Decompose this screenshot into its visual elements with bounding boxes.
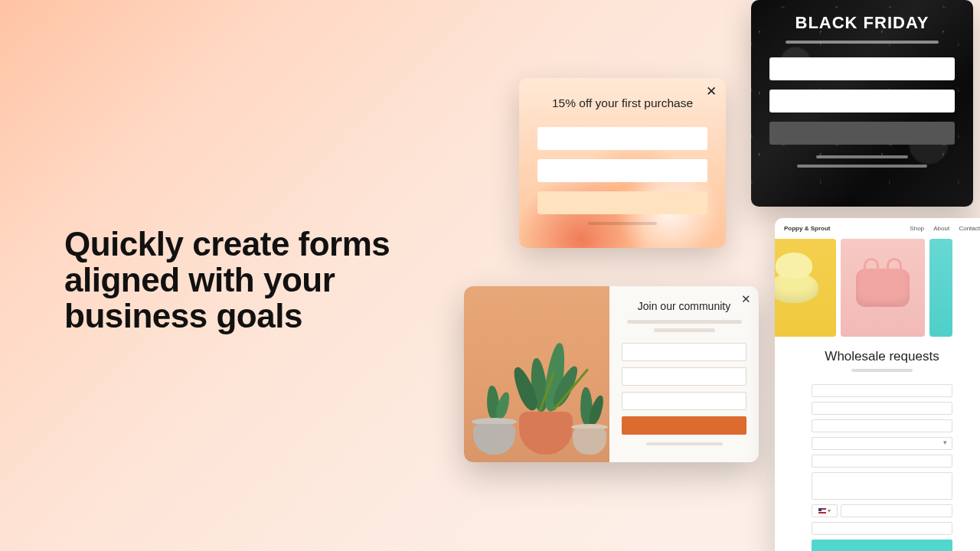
input-field[interactable] bbox=[537, 127, 707, 150]
input-field[interactable] bbox=[537, 159, 707, 182]
close-icon[interactable]: ✕ bbox=[704, 84, 718, 98]
popup-black-friday: BLACK FRIDAY bbox=[751, 0, 973, 207]
product-tile-bag[interactable] bbox=[841, 239, 925, 337]
nav-link-about[interactable]: About bbox=[933, 225, 949, 232]
input-field[interactable] bbox=[622, 367, 746, 386]
popup-black-friday-title: BLACK FRIDAY bbox=[769, 13, 955, 33]
submit-button[interactable] bbox=[622, 416, 746, 435]
textarea-field[interactable] bbox=[812, 472, 952, 500]
nav-link-shop[interactable]: Shop bbox=[910, 225, 924, 232]
select-field[interactable] bbox=[812, 437, 952, 450]
footer-text-skeleton bbox=[816, 155, 908, 158]
submit-button[interactable] bbox=[812, 540, 952, 551]
footer-text-skeleton bbox=[646, 442, 723, 445]
input-field[interactable] bbox=[812, 419, 952, 432]
subtitle-skeleton bbox=[654, 328, 715, 332]
us-flag-icon bbox=[818, 508, 826, 514]
popup-discount: ✕ 15% off your first purchase bbox=[519, 78, 726, 248]
subtitle-skeleton bbox=[627, 320, 742, 324]
subtitle-skeleton bbox=[851, 369, 913, 372]
popup-discount-title: 15% off your first purchase bbox=[534, 96, 710, 110]
popup-community: ✕ Join our community bbox=[464, 286, 759, 462]
product-tile-next[interactable] bbox=[929, 239, 952, 337]
product-tile-hat[interactable] bbox=[775, 239, 836, 337]
wholesale-title: Wholesale requests bbox=[775, 349, 980, 364]
input-field[interactable] bbox=[812, 522, 952, 535]
input-field[interactable] bbox=[812, 402, 952, 415]
footer-text-skeleton bbox=[588, 222, 657, 225]
submit-button[interactable] bbox=[769, 122, 955, 145]
input-field[interactable] bbox=[769, 90, 955, 112]
input-field[interactable] bbox=[812, 384, 952, 397]
close-icon[interactable]: ✕ bbox=[741, 292, 751, 306]
input-field[interactable] bbox=[769, 57, 955, 80]
nav-link-contact[interactable]: Contact bbox=[959, 225, 980, 232]
wholesale-page-card: Poppy & Sprout Shop About Contact Wholes… bbox=[775, 218, 980, 551]
phone-input[interactable] bbox=[841, 504, 952, 517]
wholesale-form bbox=[775, 384, 980, 551]
submit-button[interactable] bbox=[537, 191, 707, 214]
hero-carousel bbox=[775, 239, 980, 337]
brand-logo[interactable]: Poppy & Sprout bbox=[784, 225, 830, 232]
footer-text-skeleton bbox=[797, 165, 927, 168]
input-field[interactable] bbox=[622, 343, 746, 361]
input-field[interactable] bbox=[812, 455, 952, 468]
headline-text: Quickly create forms aligned with your b… bbox=[64, 226, 390, 334]
country-code-select[interactable] bbox=[812, 504, 838, 517]
plant-image bbox=[464, 286, 609, 462]
subtitle-skeleton bbox=[786, 41, 939, 44]
popup-community-title: Join our community bbox=[622, 300, 746, 312]
site-nav: Poppy & Sprout Shop About Contact bbox=[775, 218, 980, 239]
input-field[interactable] bbox=[622, 392, 746, 410]
